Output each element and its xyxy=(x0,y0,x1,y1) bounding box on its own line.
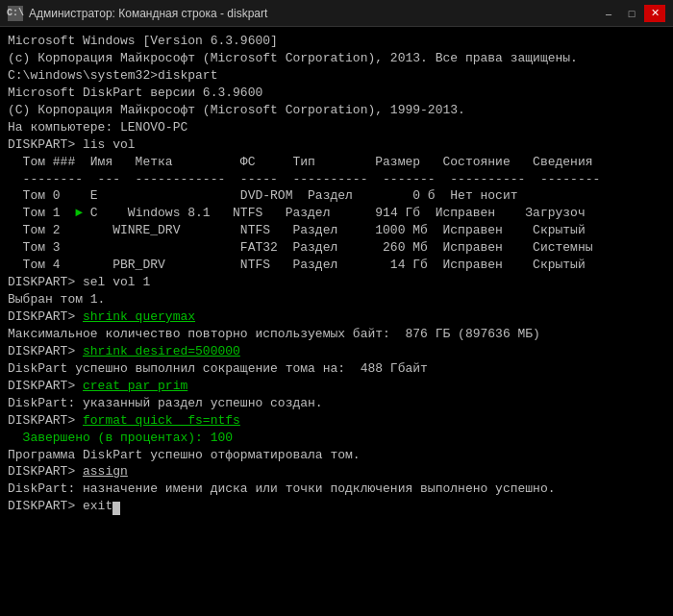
cursor-blink xyxy=(112,502,120,515)
console-line: DISKPART> exit xyxy=(8,498,665,515)
console-line: DISKPART> creat par prim xyxy=(8,378,665,395)
console-line: Microsoft Windows [Version 6.3.9600] xyxy=(8,33,665,50)
console-line: Выбран том 1. xyxy=(8,291,665,308)
console-line: DISKPART> lis vol xyxy=(8,136,665,154)
console-line: DISKPART> shrink querymax xyxy=(8,308,665,326)
console-line: Microsoft DiskPart версии 6.3.9600 xyxy=(8,85,665,102)
console-line: DiskPart успешно выполнил сокращение том… xyxy=(8,360,665,378)
console-line: DISKPART> sel vol 1 xyxy=(8,274,665,291)
console-line: C:\windows\system32>diskpart xyxy=(8,67,665,85)
console-line: DiskPart: указанный раздел успешно созда… xyxy=(8,395,665,412)
cmd-icon: C:\ xyxy=(8,6,23,21)
console-line: DISKPART> assign xyxy=(8,463,665,480)
console-line: Том 4 PBR_DRV NTFS Раздел 14 Гб Исправен… xyxy=(8,257,665,274)
window-title: Администратор: Командная строка - diskpa… xyxy=(29,7,267,20)
console-line: Том 2 WINRE_DRV NTFS Раздел 1000 Мб Испр… xyxy=(8,222,665,239)
console-line: DISKPART> format quick fs=ntfs xyxy=(8,412,665,430)
console-line: Завершено (в процентах): 100 xyxy=(8,430,665,447)
console-line: Том 3 FAT32 Раздел 260 Мб Исправен Систе… xyxy=(8,239,665,257)
console-line: Том ### Имя Метка ФС Тип Размер Состояни… xyxy=(8,154,665,171)
title-bar-controls: – □ ✕ xyxy=(598,5,665,22)
close-button[interactable]: ✕ xyxy=(644,5,665,22)
console-output: Microsoft Windows [Version 6.3.9600](c) … xyxy=(0,27,673,616)
console-line: Том 0 E DVD-ROM Раздел 0 б Нет носит xyxy=(8,187,665,205)
console-line: (c) Корпорация Майкрософт (Microsoft Cor… xyxy=(8,50,665,67)
minimize-button[interactable]: – xyxy=(598,5,619,22)
console-line: DISKPART> shrink desired=500000 xyxy=(8,343,665,360)
console-line: Максимальное количество повторно использ… xyxy=(8,326,665,343)
console-line: Программа DiskPart успешно отформатирова… xyxy=(8,447,665,464)
title-bar: C:\ Администратор: Командная строка - di… xyxy=(0,0,673,27)
console-line: На компьютере: LENOVO-PC xyxy=(8,119,665,136)
console-line: (C) Корпорация Майкрософт (Microsoft Cor… xyxy=(8,102,665,119)
maximize-button[interactable]: □ xyxy=(621,5,642,22)
console-line: -------- --- ------------ ----- --------… xyxy=(8,171,665,188)
console-line: Том 1 ► C Windows 8.1 NTFS Раздел 914 Гб… xyxy=(8,205,665,222)
console-line: DiskPart: назначение имени диска или точ… xyxy=(8,480,665,498)
title-bar-left: C:\ Администратор: Командная строка - di… xyxy=(8,6,267,21)
window: C:\ Администратор: Командная строка - di… xyxy=(0,0,673,616)
